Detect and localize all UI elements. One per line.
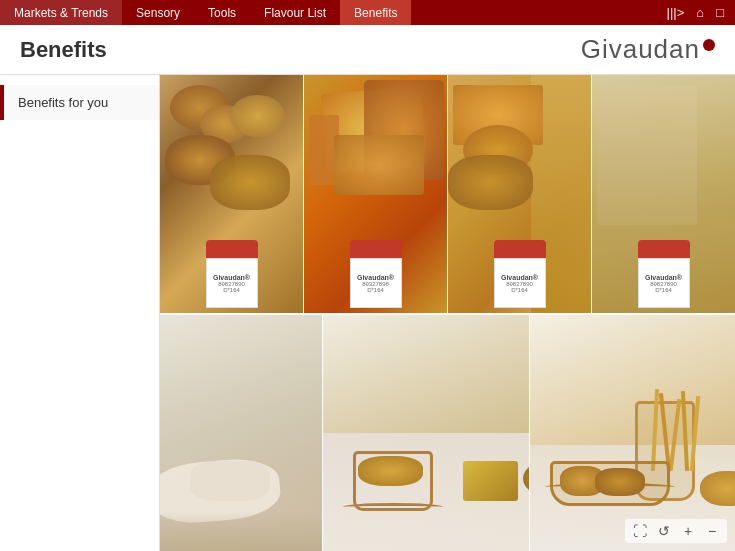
image-pizza: Givaudan® 89327898 D*164 [304,75,447,313]
zoom-out-icon[interactable]: − [703,522,721,540]
jar-brand-1: Givaudan® [213,274,250,281]
jar-brand-4: Givaudan® [645,274,682,281]
image-bread-rolls: Givaudan® 89827890 D*164 [160,75,303,313]
image-breadsticks: Givaudan® 89827890 D*164 [448,75,591,313]
jar-body-1: Givaudan® 89827890 D*164 [206,258,258,308]
nav-window-icon[interactable]: □ [713,3,727,22]
jar-code2-1: D*164 [223,287,240,293]
rotate-icon[interactable]: ↺ [655,522,673,540]
jar-code2-2: D*164 [367,287,384,293]
image-bread-baskets [530,315,736,551]
nav-icons-group: |||> ⌂ □ [664,3,735,22]
main-content: Benefits for you Givaudan® 89827890 [0,75,735,551]
nav-more-icon[interactable]: |||> [664,3,688,22]
nav-item-markets[interactable]: Markets & Trends [0,0,122,25]
logo-dot [703,39,715,51]
sidebar-item-benefits-for-you[interactable]: Benefits for you [0,85,159,120]
bottom-toolbar: ⛶ ↺ + − [625,519,727,543]
jar-body-4: Givaudan® 89827890 D*164 [638,258,690,308]
jar-code2-3: D*164 [511,287,528,293]
page-title: Benefits [20,37,107,63]
content-panel: Givaudan® 89827890 D*164 Givaudan® [160,75,735,551]
jar-lid-4 [638,240,690,258]
zoom-in-icon[interactable]: + [679,522,697,540]
expand-icon[interactable]: ⛶ [631,522,649,540]
jar-lid-2 [350,240,402,258]
jar-lid-3 [494,240,546,258]
image-crackers: Givaudan® 89827890 D*164 [592,75,735,313]
nav-item-tools[interactable]: Tools [194,0,250,25]
sidebar: Benefits for you [0,75,160,551]
nav-item-flavour-list[interactable]: Flavour List [250,0,340,25]
navigation-bar: Markets & Trends Sensory Tools Flavour L… [0,0,735,25]
givaudan-logo: Givaudan [581,34,715,65]
jar-lid-1 [206,240,258,258]
nav-home-icon[interactable]: ⌂ [693,3,707,22]
nav-item-sensory[interactable]: Sensory [122,0,194,25]
jar-brand-2: Givaudan® [357,274,394,281]
image-hand-bread [160,315,322,551]
page-header: Benefits Givaudan [0,25,735,75]
jar-code2-4: D*164 [655,287,672,293]
jar-body-2: Givaudan® 89327898 D*164 [350,258,402,308]
jar-body-3: Givaudan® 89827890 D*164 [494,258,546,308]
image-bakery-display [323,315,529,551]
jar-brand-3: Givaudan® [501,274,538,281]
nav-item-benefits[interactable]: Benefits [340,0,411,25]
logo-text: Givaudan [581,34,700,65]
